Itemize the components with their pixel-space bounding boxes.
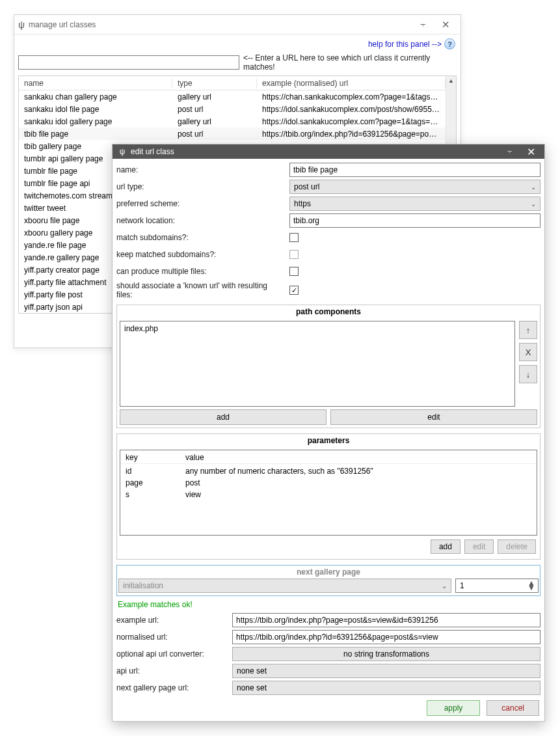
nexturl-label: next gallery page url: <box>116 683 228 692</box>
table-row[interactable]: sankaku idol file pagepost urlhttps://id… <box>19 103 446 115</box>
status-text: Example matches ok! <box>116 599 540 610</box>
param-col-key[interactable]: key <box>126 453 185 462</box>
api-url-button[interactable]: none set <box>232 664 540 678</box>
path-item[interactable]: index.php <box>124 324 511 333</box>
multi-label: can produce multiple files: <box>116 267 286 276</box>
scheme-select[interactable]: https⌄ <box>289 197 540 211</box>
path-listbox[interactable]: index.php <box>120 321 515 407</box>
keepsub-label: keep matched subdomains?: <box>116 250 286 259</box>
help-icon[interactable]: ? <box>444 38 455 49</box>
path-edit-button[interactable]: edit <box>330 409 537 425</box>
normalised-url-input[interactable] <box>232 630 540 644</box>
win2-title: edit url class <box>131 147 500 156</box>
cancel-button[interactable]: cancel <box>487 700 539 716</box>
next-section-title: next gallery page <box>117 566 540 579</box>
win1-titlebar[interactable]: ψ manage url classes ⫟ ✕ <box>14 15 460 34</box>
converter-label: optional api url converter: <box>116 649 228 659</box>
delete-item-button[interactable]: X <box>519 343 537 361</box>
parameters-table[interactable]: key value idany number of numeric charac… <box>120 450 537 536</box>
next-page-spinner[interactable]: 1 ▲▼ <box>455 579 539 593</box>
col-example[interactable]: example (normalised) url <box>257 79 446 88</box>
next-init-value: initialisation <box>123 581 163 590</box>
url-tester-label: <-- Enter a URL here to see which url cl… <box>243 53 457 72</box>
netloc-label: network location: <box>116 216 286 225</box>
path-add-button[interactable]: add <box>120 409 327 425</box>
matchsub-checkbox[interactable] <box>289 233 299 242</box>
chevron-down-icon: ⌄ <box>442 582 447 590</box>
col-type[interactable]: type <box>172 79 257 88</box>
example-label: example url: <box>116 616 228 625</box>
keepsub-checkbox[interactable] <box>289 250 299 259</box>
spinner-value: 1 <box>460 581 464 590</box>
move-up-button[interactable]: ↑ <box>519 321 537 339</box>
table-row[interactable]: sankaku idol gallery pagegallery urlhttp… <box>19 115 446 128</box>
close-icon[interactable]: ✕ <box>520 146 542 158</box>
edit-url-class-dialog: ψ edit url class ⫟ ✕ name: url type: pos… <box>112 144 545 722</box>
assoc-label: should associate a 'known url' with resu… <box>116 281 286 299</box>
table-row[interactable]: sankaku chan gallery pagegallery urlhttp… <box>19 90 446 103</box>
assoc-checkbox[interactable]: ✓ <box>289 286 299 295</box>
param-section-title: parameters <box>117 434 540 447</box>
urltype-value: post url <box>294 182 319 191</box>
app-icon: ψ <box>18 20 25 30</box>
apply-button[interactable]: apply <box>427 700 481 716</box>
param-row[interactable]: idany number of numeric characters, such… <box>126 465 531 477</box>
urltype-select[interactable]: post url⌄ <box>289 180 540 194</box>
move-down-button[interactable]: ↓ <box>519 365 537 383</box>
path-section-title: path components <box>117 305 540 318</box>
multi-checkbox[interactable] <box>289 267 299 276</box>
spin-down-icon[interactable]: ▼ <box>527 586 535 590</box>
next-init-select[interactable]: initialisation⌄ <box>118 579 451 593</box>
urltype-label: url type: <box>116 182 286 191</box>
normalised-label: normalised url: <box>116 633 228 642</box>
param-add-button[interactable]: add <box>431 539 460 554</box>
maximize-icon[interactable]: ⫟ <box>500 147 520 156</box>
table-row[interactable]: tbib file pagepost urlhttps://tbib.org/i… <box>19 128 446 140</box>
param-row[interactable]: sview <box>126 489 531 500</box>
scheme-label: preferred scheme: <box>116 199 286 208</box>
converter-button[interactable]: no string transformations <box>232 647 540 661</box>
path-components-section: path components index.php ↑ X ↓ add <box>116 305 540 428</box>
param-delete-button[interactable]: delete <box>498 539 536 554</box>
parameters-section: parameters key value idany number of num… <box>116 433 540 560</box>
param-col-value[interactable]: value <box>185 453 531 462</box>
maximize-icon[interactable]: ⫟ <box>411 20 435 29</box>
win2-titlebar[interactable]: ψ edit url class ⫟ ✕ <box>113 144 544 159</box>
next-url-button[interactable]: none set <box>232 681 540 695</box>
example-url-input[interactable] <box>232 613 540 627</box>
close-icon[interactable]: ✕ <box>435 19 457 31</box>
col-name[interactable]: name <box>19 79 172 88</box>
param-row[interactable]: pagepost <box>126 477 531 489</box>
netloc-input[interactable] <box>289 213 540 228</box>
table-header: name type example (normalised) url <box>19 76 446 90</box>
scheme-value: https <box>294 199 311 208</box>
api-label: api url: <box>116 666 228 675</box>
app-icon: ψ <box>116 147 128 156</box>
name-label: name: <box>116 165 286 174</box>
param-edit-button[interactable]: edit <box>464 539 494 554</box>
chevron-down-icon: ⌄ <box>531 184 536 191</box>
next-gallery-section: next gallery page initialisation⌄ 1 ▲▼ <box>116 565 540 596</box>
chevron-down-icon: ⌄ <box>531 200 536 208</box>
name-input[interactable] <box>289 163 540 177</box>
scroll-up-icon[interactable]: ▲ <box>446 77 456 84</box>
matchsub-label: match subdomains?: <box>116 233 286 242</box>
help-link[interactable]: help for this panel --> <box>368 40 442 49</box>
win1-title: manage url classes <box>29 20 411 29</box>
url-tester-input[interactable] <box>18 55 239 70</box>
